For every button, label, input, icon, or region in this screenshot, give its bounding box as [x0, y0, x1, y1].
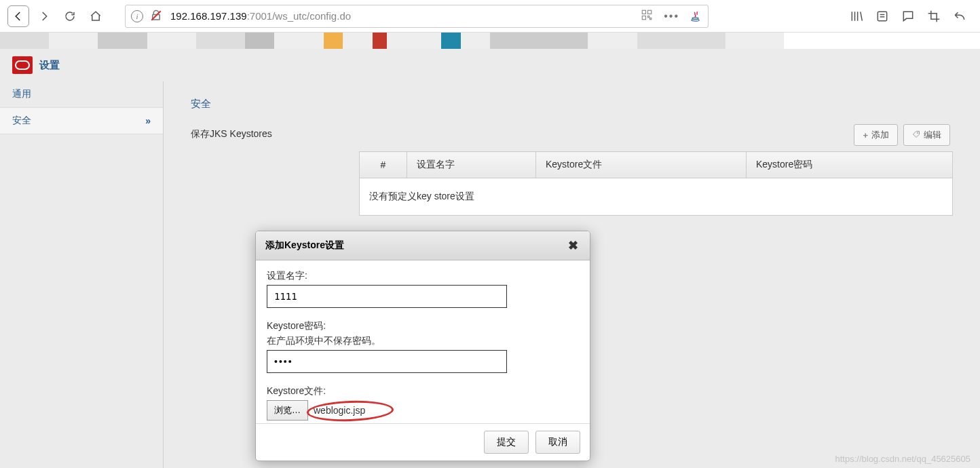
java-icon[interactable]	[690, 10, 702, 22]
dialog-body: 设置名字: Keystore密码: 在产品环境中不保存密码。 Keystore文…	[256, 260, 590, 423]
file-label: Keystore文件:	[267, 385, 579, 397]
pwd-input[interactable]	[267, 350, 507, 373]
name-label: 设置名字:	[267, 270, 579, 282]
tag-icon	[912, 130, 920, 140]
reload-button[interactable]	[59, 5, 81, 27]
svg-rect-9	[878, 12, 886, 20]
crop-icon[interactable]	[926, 8, 942, 24]
cancel-button[interactable]: 取消	[535, 431, 580, 454]
library-icon[interactable]	[848, 8, 865, 24]
close-icon[interactable]: ✖	[565, 238, 580, 253]
pwd-label: Keystore密码:	[267, 320, 579, 332]
back-button[interactable]	[7, 5, 29, 27]
svg-point-12	[917, 132, 918, 134]
oracle-logo	[12, 56, 33, 74]
sidebar: 通用 安全 »	[0, 81, 164, 468]
chat-icon[interactable]	[900, 8, 916, 24]
qr-icon[interactable]	[641, 9, 653, 23]
home-button[interactable]	[85, 5, 107, 27]
col-num: #	[360, 152, 407, 178]
section-title: 安全	[191, 98, 953, 111]
sidebar-item-security[interactable]: 安全 »	[0, 108, 163, 134]
forward-button[interactable]	[33, 5, 55, 27]
edit-button[interactable]: 编辑	[903, 124, 950, 146]
sidebar-item-general[interactable]: 通用	[0, 81, 163, 108]
dialog-title-bar[interactable]: 添加Keystore设置 ✖	[256, 231, 590, 260]
browse-button[interactable]: 浏览…	[267, 400, 308, 421]
page-actions-icon[interactable]: •••	[664, 10, 679, 22]
row-label: 保存JKS Keystores	[191, 124, 359, 216]
keystore-table: # 设置名字 Keystore文件 Keystore密码 没有预定义key st…	[359, 151, 953, 216]
submit-button[interactable]: 提交	[484, 431, 529, 454]
url-path: :7001/ws_utc/config.do	[247, 10, 351, 22]
reader-icon[interactable]	[874, 8, 890, 24]
chevron-right-icon: »	[145, 115, 151, 126]
dialog-title: 添加Keystore设置	[265, 239, 344, 252]
dialog-footer: 提交 取消	[256, 423, 590, 461]
watermark: https://blog.csdn.net/qq_45625605	[835, 454, 971, 464]
browser-right-icons	[848, 8, 968, 24]
row-panel: + 添加 编辑 # 设置名字 Key	[359, 124, 953, 216]
svg-rect-5	[648, 16, 649, 18]
svg-rect-2	[642, 10, 645, 14]
url-host: 192.168.197.139	[170, 10, 247, 22]
col-name: 设置名字	[407, 152, 536, 178]
table-empty-row: 没有预定义key store设置	[360, 178, 953, 216]
name-input[interactable]	[267, 285, 507, 308]
censored-strip	[0, 33, 980, 49]
sidebar-item-label: 安全	[12, 115, 31, 127]
col-pwd: Keystore密码	[747, 152, 953, 178]
url-text: 192.168.197.139:7001/ws_utc/config.do	[170, 10, 641, 22]
app-title: 设置	[39, 59, 60, 72]
table-header-row: # 设置名字 Keystore文件 Keystore密码	[360, 152, 953, 178]
svg-rect-6	[650, 18, 652, 20]
app-header: 设置	[0, 49, 980, 81]
svg-rect-4	[642, 16, 645, 20]
plus-icon: +	[863, 130, 868, 140]
svg-point-8	[692, 19, 699, 21]
file-name: weblogic.jsp	[314, 405, 365, 416]
sidebar-item-label: 通用	[12, 88, 31, 100]
add-keystore-dialog: 添加Keystore设置 ✖ 设置名字: Keystore密码: 在产品环境中不…	[255, 231, 590, 461]
pwd-hint: 在产品环境中不保存密码。	[267, 335, 579, 347]
insecure-icon	[150, 9, 164, 23]
svg-rect-3	[648, 10, 652, 14]
browser-toolbar: i 192.168.197.139:7001/ws_utc/config.do …	[0, 0, 980, 33]
site-info-icon[interactable]: i	[131, 10, 143, 22]
url-bar[interactable]: i 192.168.197.139:7001/ws_utc/config.do …	[125, 5, 709, 28]
edit-label: 编辑	[924, 129, 941, 141]
add-button[interactable]: + 添加	[854, 124, 898, 146]
col-file: Keystore文件	[536, 152, 747, 178]
add-label: 添加	[871, 129, 889, 141]
table-empty-cell: 没有预定义key store设置	[360, 178, 953, 216]
undo-icon[interactable]	[951, 8, 968, 24]
